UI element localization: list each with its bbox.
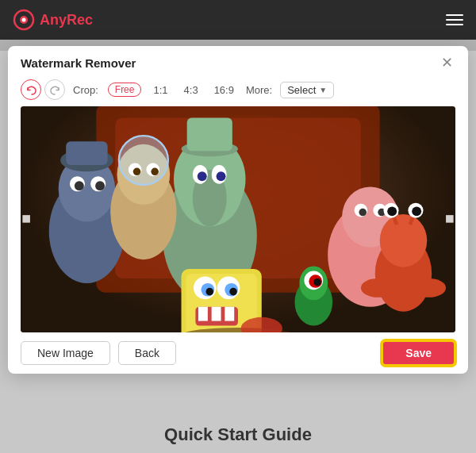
chevron-down-icon: ▼ <box>319 86 327 94</box>
svg-point-29 <box>205 288 213 296</box>
redo-button[interactable] <box>44 79 65 100</box>
svg-point-41 <box>387 206 397 216</box>
svg-point-59 <box>151 168 159 176</box>
svg-point-21 <box>359 209 367 217</box>
image-preview <box>21 106 455 332</box>
svg-rect-70 <box>22 215 30 223</box>
svg-point-30 <box>229 288 237 296</box>
svg-rect-16 <box>187 117 232 151</box>
modal-header: Watermark Remover ✕ <box>8 46 468 76</box>
svg-point-43 <box>361 278 395 298</box>
select-dropdown[interactable]: Select ▼ <box>280 82 334 98</box>
more-label: More: <box>246 84 272 96</box>
svg-point-13 <box>198 171 207 181</box>
top-bar: AnyRec <box>0 0 476 40</box>
quick-start-heading: Quick Start Guide <box>164 424 312 444</box>
back-button[interactable]: Back <box>118 341 176 365</box>
svg-point-64 <box>313 278 321 286</box>
close-button[interactable]: ✕ <box>438 54 455 71</box>
crop-free-option[interactable]: Free <box>108 83 142 97</box>
select-label: Select <box>287 84 316 96</box>
svg-rect-32 <box>198 307 208 321</box>
svg-point-44 <box>412 278 446 298</box>
redo-icon <box>50 85 60 95</box>
save-button[interactable]: Save <box>382 340 455 366</box>
modal-toolbar: Crop: Free 1:1 4:3 16:9 More: Select ▼ <box>8 76 468 106</box>
new-image-button[interactable]: New Image <box>21 341 110 365</box>
crop-4-3-option[interactable]: 4:3 <box>180 83 202 98</box>
anyrec-logo-icon <box>13 9 35 31</box>
modal-footer: New Image Back Save <box>8 332 468 374</box>
svg-point-36 <box>380 214 428 267</box>
svg-rect-71 <box>446 215 454 223</box>
spongebob-scene <box>21 106 455 332</box>
quick-start-title: Quick Start Guide <box>0 424 476 445</box>
modal-title: Watermark Remover <box>21 56 438 70</box>
svg-point-42 <box>412 206 421 216</box>
svg-rect-48 <box>66 141 107 165</box>
undo-redo-group <box>21 79 65 100</box>
svg-rect-33 <box>212 307 221 321</box>
brand-name: AnyRec <box>40 12 93 29</box>
brand: AnyRec <box>13 9 93 31</box>
svg-point-51 <box>75 181 84 190</box>
crop-1-1-option[interactable]: 1:1 <box>149 83 171 98</box>
svg-rect-34 <box>225 307 234 321</box>
undo-button[interactable] <box>21 79 41 100</box>
svg-point-52 <box>95 181 105 190</box>
svg-point-58 <box>133 168 141 176</box>
hamburger-icon[interactable] <box>446 14 463 25</box>
crop-label: Crop: <box>73 84 98 96</box>
svg-point-2 <box>22 18 26 22</box>
svg-point-55 <box>119 136 168 185</box>
svg-point-14 <box>217 171 226 181</box>
watermark-remover-modal: Watermark Remover ✕ Crop: Free 1:1 4:3 1… <box>8 46 468 374</box>
undo-icon <box>26 85 36 95</box>
crop-16-9-option[interactable]: 16:9 <box>210 83 238 98</box>
